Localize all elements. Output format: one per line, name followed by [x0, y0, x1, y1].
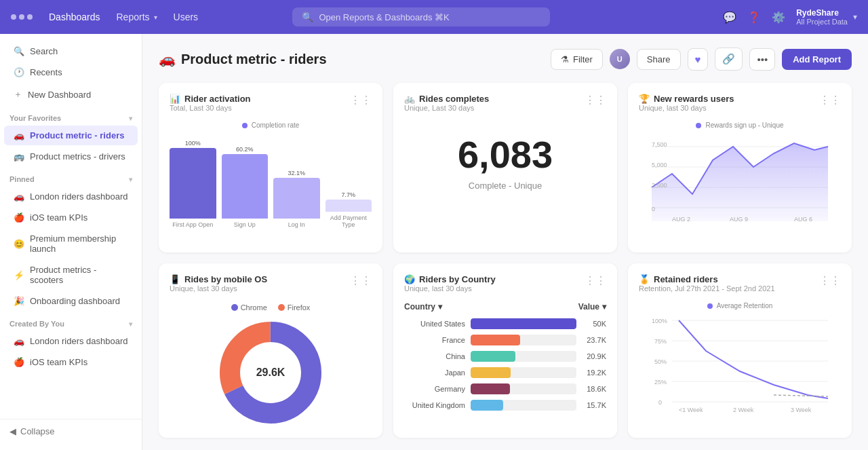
nav-dashboards[interactable]: Dashboards: [49, 12, 100, 22]
chrome-legend: Chrome: [231, 303, 267, 312]
bar-track: [471, 318, 576, 329]
global-search[interactable]: 🔍 Open Reports & Dashboards ⌘K: [292, 7, 550, 26]
bar-fill: [471, 335, 520, 345]
settings-icon[interactable]: ⚙️: [772, 11, 785, 24]
sidebar-item-created-london[interactable]: 🚗 London riders dashboard: [4, 331, 138, 351]
svg-text:25%: 25%: [654, 379, 667, 386]
car-icon-pinned: 🚗: [14, 191, 24, 202]
rides-big-number: 6,083: [404, 132, 606, 176]
nav-reports[interactable]: Reports ▾: [117, 12, 157, 22]
country-col-header[interactable]: Country ▾: [404, 302, 442, 312]
car-icon-created: 🚗: [14, 336, 24, 346]
retained-riders-title: 🏅 Retained riders: [639, 274, 775, 284]
created-caret: ▾: [129, 320, 132, 328]
favorites-section[interactable]: Your Favorites ▾: [0, 106, 142, 125]
rides-mobile-os-card: 📱 Rides by mobile OS Unique, last 30 day…: [159, 263, 382, 438]
bar-fill: [471, 318, 576, 329]
retention-more-icon[interactable]: ⋮⋮: [819, 274, 841, 287]
retention-legend: Average Retention: [639, 302, 841, 310]
svg-text:0: 0: [658, 399, 662, 406]
rides-big-label: Complete - Unique: [404, 181, 606, 191]
sidebar-item-onboarding[interactable]: 🎉 Onboarding dashboard: [4, 291, 138, 311]
chart-icon: 📊: [170, 94, 180, 104]
avatar: U: [610, 49, 630, 69]
rewards-more-icon[interactable]: ⋮⋮: [819, 94, 841, 107]
nav-dots: [11, 14, 33, 20]
bar-fill: [471, 383, 510, 394]
page-title: 🚗 Product metric - riders: [159, 51, 327, 67]
rides-completes-header: 🚲 Rides completes Unique, Last 30 days ⋮…: [404, 94, 606, 119]
nav-users[interactable]: Users: [174, 12, 199, 22]
rider-activation-subtitle: Total, Last 30 days: [170, 104, 251, 112]
os-icon: 📱: [170, 274, 180, 284]
bar-value: 15.7K: [582, 401, 606, 409]
favorites-caret: ▾: [129, 115, 132, 122]
sidebar-search[interactable]: 🔍 Search: [4, 41, 138, 61]
created-section[interactable]: Created By You ▾: [0, 312, 142, 331]
link-button[interactable]: 🔗: [715, 48, 743, 71]
bar-value: 19.2K: [582, 369, 606, 377]
clock-icon: 🕐: [14, 67, 24, 77]
filter-icon: ⚗: [561, 54, 569, 64]
new-rewards-subtitle: Unique, last 30 days: [639, 104, 734, 112]
user-menu[interactable]: RydeShare All Project Data ▾: [796, 8, 857, 26]
pinned-section[interactable]: Pinned ▾: [0, 167, 142, 186]
country-bar-list: United States 50K France 23.7K China 20.…: [404, 318, 606, 411]
smile-icon: 😊: [14, 239, 24, 249]
add-report-button[interactable]: Add Report: [782, 49, 852, 70]
retained-riders-header: 🏅 Retained riders Retention, Jul 27th 20…: [639, 274, 841, 299]
country-row-de: Germany 18.6K: [404, 383, 606, 394]
country-name: Germany: [404, 385, 465, 393]
rides-completes-card: 🚲 Rides completes Unique, Last 30 days ⋮…: [393, 83, 617, 252]
favorite-button[interactable]: ♥: [688, 48, 709, 71]
apple-icon-created: 🍎: [14, 357, 24, 367]
new-dashboard-label: New Dashboard: [28, 90, 91, 100]
collapse-button[interactable]: ◀ Collapse: [0, 419, 142, 443]
sidebar-item-premium[interactable]: 😊 Premium membership launch: [4, 229, 138, 259]
sidebar-recents[interactable]: 🕐 Recents: [4, 62, 138, 82]
activation-legend: Completion rate: [170, 121, 372, 129]
more-button[interactable]: •••: [749, 48, 775, 71]
page-title-emoji: 🚗: [159, 51, 176, 67]
country-more-icon[interactable]: ⋮⋮: [585, 274, 606, 287]
svg-text:AUG 2: AUG 2: [672, 216, 690, 223]
bar-fill: [471, 400, 503, 411]
svg-text:AUG 9: AUG 9: [730, 216, 748, 223]
sidebar-item-product-metric-riders[interactable]: 🚗 Product metric - riders: [4, 126, 138, 145]
top-nav: Dashboards Reports ▾ Users 🔍 Open Report…: [0, 0, 868, 34]
filter-button[interactable]: ⚗ Filter: [551, 49, 603, 70]
rider-activation-title: 📊 Rider activation: [170, 94, 251, 104]
sidebar-item-product-metrics-drivers[interactable]: 🚌 Product metrics - drivers: [4, 147, 138, 166]
sidebar-new-dashboard[interactable]: ＋ New Dashboard: [4, 83, 138, 105]
share-button[interactable]: Share: [637, 49, 681, 70]
svg-text:2 Week: 2 Week: [733, 407, 754, 413]
os-more-icon[interactable]: ⋮⋮: [350, 274, 372, 287]
card-more-icon[interactable]: ⋮⋮: [350, 94, 372, 107]
rides-os-header: 📱 Rides by mobile OS Unique, last 30 day…: [170, 274, 372, 299]
svg-text:3 Week: 3 Week: [791, 407, 812, 413]
legend-dot: [242, 123, 248, 128]
sidebar-item-london-riders[interactable]: 🚗 London riders dashboard: [4, 187, 138, 206]
sidebar-item-scooters[interactable]: ⚡ Product metrics - scooters: [4, 260, 138, 290]
car-icon: 🚗: [14, 130, 24, 140]
rides-more-icon[interactable]: ⋮⋮: [585, 94, 606, 107]
sidebar-item-ios-kpis[interactable]: 🍎 iOS team KPIs: [4, 208, 138, 227]
country-chevron: ▾: [438, 302, 442, 312]
bar-value: 50K: [582, 320, 606, 328]
chat-icon[interactable]: 💬: [723, 11, 736, 24]
retained-riders-subtitle: Retention, Jul 27th 2021 - Sept 2nd 2021: [639, 284, 775, 293]
bar-track: [471, 351, 576, 362]
firefox-legend: Firefox: [278, 303, 311, 312]
country-name: Japan: [404, 369, 465, 377]
rides-completes-title: 🚲 Rides completes: [404, 94, 489, 104]
collapse-icon: ◀: [9, 426, 16, 436]
reports-chevron: ▾: [154, 14, 157, 21]
svg-text:29.6K: 29.6K: [256, 367, 285, 378]
country-table-header: Country ▾ Value ▾: [404, 302, 606, 312]
rides-os-title: 📱 Rides by mobile OS: [170, 274, 267, 284]
value-col-header[interactable]: Value ▾: [578, 302, 606, 312]
sidebar-item-created-ios[interactable]: 🍎 iOS team KPIs: [4, 352, 138, 372]
rides-completes-subtitle: Unique, Last 30 days: [404, 104, 489, 112]
help-icon[interactable]: ❓: [747, 11, 761, 24]
new-rewards-header: 🏆 New rewards users Unique, last 30 days…: [639, 94, 841, 119]
